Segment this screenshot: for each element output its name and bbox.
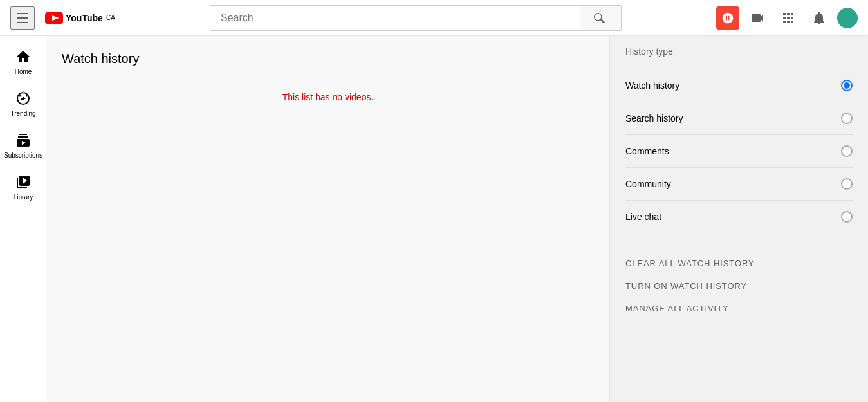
header: YouTube CA [0, 0, 868, 36]
radio-live-chat [841, 211, 853, 223]
sidebar-item-home[interactable]: Home [0, 41, 46, 83]
create-icon [750, 10, 765, 26]
apps-icon [780, 10, 796, 26]
search-icon [594, 12, 607, 24]
search-input[interactable] [210, 5, 580, 31]
logo-ca: CA [106, 14, 115, 21]
sidebar-item-trending[interactable]: Trending [0, 83, 46, 125]
trending-icon [15, 91, 31, 106]
main-layout: Watch history This list has no videos. H… [46, 36, 868, 402]
home-icon [15, 49, 31, 64]
radio-watch-history [841, 80, 853, 91]
user-avatar[interactable] [837, 8, 858, 28]
library-icon [15, 174, 31, 190]
history-type-title: History type [625, 46, 853, 62]
search-bar [115, 5, 716, 31]
radio-comments [841, 145, 853, 157]
history-options: Watch history Search history Comments Co… [625, 69, 853, 233]
menu-icon-button[interactable] [10, 6, 35, 30]
create-button[interactable] [744, 5, 770, 31]
right-panel: History type Watch history Search histor… [609, 36, 868, 402]
sidebar-item-subscriptions[interactable]: Subscriptions [0, 125, 46, 167]
option-search-history[interactable]: Search history [625, 102, 853, 135]
sidebar-trending-label: Trending [10, 110, 35, 117]
option-watch-history[interactable]: Watch history [625, 69, 853, 102]
clear-all-button[interactable]: CLEAR ALL WATCH HISTORY [625, 259, 853, 268]
radio-search-history [841, 113, 853, 124]
option-live-chat[interactable]: Live chat [625, 201, 853, 233]
header-right [716, 5, 858, 31]
content-area: Watch history This list has no videos. [46, 36, 609, 402]
sidebar-subscriptions-label: Subscriptions [4, 152, 42, 159]
sidebar-library-label: Library [14, 194, 33, 201]
option-live-chat-label: Live chat [625, 212, 661, 222]
option-watch-history-label: Watch history [625, 80, 679, 91]
action-links: CLEAR ALL WATCH HISTORY TURN ON WATCH HI… [625, 259, 853, 313]
sidebar-item-library[interactable]: Library [0, 167, 46, 208]
header-left: YouTube CA [10, 6, 115, 30]
radio-community [841, 178, 853, 190]
account-icon [721, 12, 734, 24]
option-comments[interactable]: Comments [625, 135, 853, 168]
svg-text:YouTube: YouTube [66, 13, 103, 23]
option-search-history-label: Search history [625, 113, 683, 123]
bell-icon [811, 10, 827, 26]
sidebar: Home Trending Subscriptions Library [0, 36, 46, 402]
option-comments-label: Comments [625, 146, 669, 156]
option-community[interactable]: Community [625, 168, 853, 201]
page-title: Watch history [62, 51, 594, 66]
radio-watch-history-inner [844, 82, 850, 89]
empty-message: This list has no videos. [62, 92, 594, 102]
search-form [210, 5, 622, 31]
search-button[interactable] [580, 5, 622, 31]
youtube-logo-svg: YouTube [45, 12, 103, 24]
logo[interactable]: YouTube CA [45, 12, 115, 24]
sidebar-home-label: Home [15, 68, 32, 75]
turn-on-button[interactable]: TURN ON WATCH HISTORY [625, 281, 853, 291]
notifications-button[interactable] [806, 5, 832, 31]
account-avatar[interactable] [716, 6, 739, 30]
apps-button[interactable] [775, 5, 801, 31]
manage-activity-button[interactable]: MANAGE ALL ACTIVITY [625, 304, 853, 313]
option-community-label: Community [625, 179, 671, 189]
subscriptions-icon [15, 132, 31, 148]
